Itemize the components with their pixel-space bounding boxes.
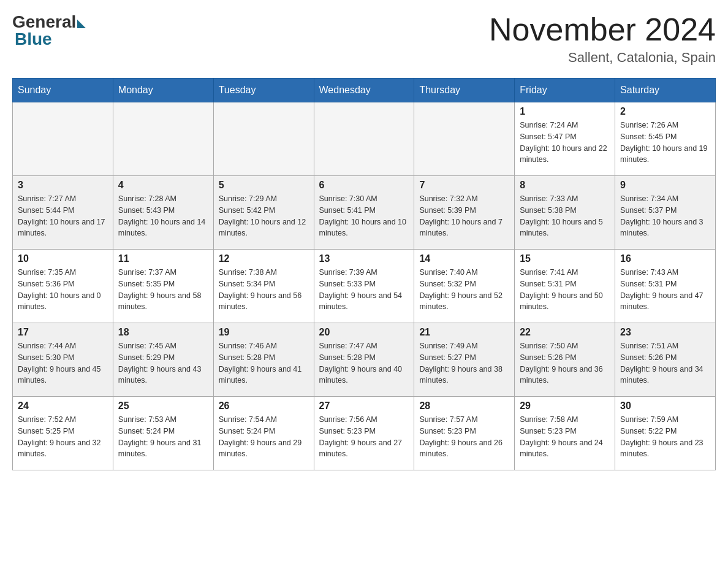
- calendar-cell: 19Sunrise: 7:46 AMSunset: 5:28 PMDayligh…: [213, 323, 314, 397]
- day-info: Sunrise: 7:39 AMSunset: 5:33 PMDaylight:…: [319, 267, 409, 313]
- day-info: Sunrise: 7:51 AMSunset: 5:26 PMDaylight:…: [620, 340, 710, 386]
- day-number: 19: [219, 327, 309, 338]
- calendar-header-row: SundayMondayTuesdayWednesdayThursdayFrid…: [13, 79, 716, 102]
- day-number: 21: [419, 327, 509, 338]
- calendar-cell: 11Sunrise: 7:37 AMSunset: 5:35 PMDayligh…: [113, 250, 213, 323]
- calendar-cell: 7Sunrise: 7:32 AMSunset: 5:39 PMDaylight…: [414, 176, 515, 250]
- day-info: Sunrise: 7:29 AMSunset: 5:42 PMDaylight:…: [219, 193, 309, 239]
- day-info: Sunrise: 7:57 AMSunset: 5:23 PMDaylight:…: [419, 414, 509, 460]
- calendar-week-row: 17Sunrise: 7:44 AMSunset: 5:30 PMDayligh…: [13, 323, 716, 397]
- day-number: 17: [18, 327, 108, 338]
- day-info: Sunrise: 7:58 AMSunset: 5:23 PMDaylight:…: [520, 414, 610, 460]
- calendar-cell: 17Sunrise: 7:44 AMSunset: 5:30 PMDayligh…: [13, 323, 113, 397]
- day-info: Sunrise: 7:54 AMSunset: 5:24 PMDaylight:…: [219, 414, 309, 460]
- location-text: Sallent, Catalonia, Spain: [489, 50, 716, 66]
- calendar-cell: 24Sunrise: 7:52 AMSunset: 5:25 PMDayligh…: [13, 397, 113, 470]
- calendar-cell: 22Sunrise: 7:50 AMSunset: 5:26 PMDayligh…: [515, 323, 615, 397]
- calendar-cell: 1Sunrise: 7:24 AMSunset: 5:47 PMDaylight…: [515, 102, 615, 176]
- calendar-header-wednesday: Wednesday: [314, 79, 414, 102]
- month-title: November 2024: [489, 12, 716, 47]
- day-info: Sunrise: 7:41 AMSunset: 5:31 PMDaylight:…: [520, 267, 610, 313]
- calendar-cell: [13, 102, 113, 176]
- day-info: Sunrise: 7:44 AMSunset: 5:30 PMDaylight:…: [18, 340, 108, 386]
- calendar-cell: [414, 102, 515, 176]
- day-number: 2: [620, 106, 710, 117]
- calendar-cell: 6Sunrise: 7:30 AMSunset: 5:41 PMDaylight…: [314, 176, 414, 250]
- day-number: 29: [520, 400, 610, 412]
- day-number: 24: [18, 400, 108, 412]
- day-info: Sunrise: 7:59 AMSunset: 5:22 PMDaylight:…: [620, 414, 710, 460]
- calendar-week-row: 1Sunrise: 7:24 AMSunset: 5:47 PMDaylight…: [13, 102, 716, 176]
- calendar-cell: 25Sunrise: 7:53 AMSunset: 5:24 PMDayligh…: [113, 397, 213, 470]
- calendar-header-monday: Monday: [113, 79, 213, 102]
- calendar-cell: 23Sunrise: 7:51 AMSunset: 5:26 PMDayligh…: [615, 323, 716, 397]
- calendar-cell: [213, 102, 314, 176]
- day-number: 14: [419, 253, 509, 264]
- day-number: 13: [319, 253, 409, 264]
- day-number: 3: [18, 180, 108, 191]
- day-info: Sunrise: 7:35 AMSunset: 5:36 PMDaylight:…: [18, 267, 108, 313]
- day-info: Sunrise: 7:30 AMSunset: 5:41 PMDaylight:…: [319, 193, 409, 239]
- day-number: 27: [319, 400, 409, 412]
- day-number: 25: [118, 400, 208, 412]
- calendar-header-saturday: Saturday: [615, 79, 716, 102]
- calendar-cell: 9Sunrise: 7:34 AMSunset: 5:37 PMDaylight…: [615, 176, 716, 250]
- day-info: Sunrise: 7:56 AMSunset: 5:23 PMDaylight:…: [319, 414, 409, 460]
- day-number: 26: [219, 400, 309, 412]
- day-info: Sunrise: 7:45 AMSunset: 5:29 PMDaylight:…: [118, 340, 208, 386]
- day-number: 20: [319, 327, 409, 338]
- calendar-cell: 5Sunrise: 7:29 AMSunset: 5:42 PMDaylight…: [213, 176, 314, 250]
- day-info: Sunrise: 7:53 AMSunset: 5:24 PMDaylight:…: [118, 414, 208, 460]
- calendar-cell: 26Sunrise: 7:54 AMSunset: 5:24 PMDayligh…: [213, 397, 314, 470]
- day-number: 8: [520, 180, 610, 191]
- calendar-cell: 14Sunrise: 7:40 AMSunset: 5:32 PMDayligh…: [414, 250, 515, 323]
- calendar-cell: 30Sunrise: 7:59 AMSunset: 5:22 PMDayligh…: [615, 397, 716, 470]
- calendar-table: SundayMondayTuesdayWednesdayThursdayFrid…: [12, 78, 716, 470]
- day-info: Sunrise: 7:27 AMSunset: 5:44 PMDaylight:…: [18, 193, 108, 239]
- day-number: 16: [620, 253, 710, 264]
- day-info: Sunrise: 7:33 AMSunset: 5:38 PMDaylight:…: [520, 193, 610, 239]
- calendar-cell: 3Sunrise: 7:27 AMSunset: 5:44 PMDaylight…: [13, 176, 113, 250]
- calendar-week-row: 10Sunrise: 7:35 AMSunset: 5:36 PMDayligh…: [13, 250, 716, 323]
- calendar-cell: 16Sunrise: 7:43 AMSunset: 5:31 PMDayligh…: [615, 250, 716, 323]
- day-info: Sunrise: 7:43 AMSunset: 5:31 PMDaylight:…: [620, 267, 710, 313]
- calendar-cell: 15Sunrise: 7:41 AMSunset: 5:31 PMDayligh…: [515, 250, 615, 323]
- day-number: 18: [118, 327, 208, 338]
- calendar-cell: 18Sunrise: 7:45 AMSunset: 5:29 PMDayligh…: [113, 323, 213, 397]
- title-section: November 2024 Sallent, Catalonia, Spain: [489, 12, 716, 66]
- day-info: Sunrise: 7:52 AMSunset: 5:25 PMDaylight:…: [18, 414, 108, 460]
- calendar-week-row: 24Sunrise: 7:52 AMSunset: 5:25 PMDayligh…: [13, 397, 716, 470]
- calendar-cell: 8Sunrise: 7:33 AMSunset: 5:38 PMDaylight…: [515, 176, 615, 250]
- day-info: Sunrise: 7:40 AMSunset: 5:32 PMDaylight:…: [419, 267, 509, 313]
- day-info: Sunrise: 7:49 AMSunset: 5:27 PMDaylight:…: [419, 340, 509, 386]
- day-info: Sunrise: 7:46 AMSunset: 5:28 PMDaylight:…: [219, 340, 309, 386]
- calendar-cell: 29Sunrise: 7:58 AMSunset: 5:23 PMDayligh…: [515, 397, 615, 470]
- day-number: 12: [219, 253, 309, 264]
- day-info: Sunrise: 7:26 AMSunset: 5:45 PMDaylight:…: [620, 120, 710, 166]
- day-number: 6: [319, 180, 409, 191]
- day-number: 30: [620, 400, 710, 412]
- calendar-week-row: 3Sunrise: 7:27 AMSunset: 5:44 PMDaylight…: [13, 176, 716, 250]
- day-number: 11: [118, 253, 208, 264]
- day-number: 28: [419, 400, 509, 412]
- logo: General Blue: [12, 12, 86, 49]
- calendar-cell: 2Sunrise: 7:26 AMSunset: 5:45 PMDaylight…: [615, 102, 716, 176]
- calendar-cell: 10Sunrise: 7:35 AMSunset: 5:36 PMDayligh…: [13, 250, 113, 323]
- day-info: Sunrise: 7:38 AMSunset: 5:34 PMDaylight:…: [219, 267, 309, 313]
- day-number: 9: [620, 180, 710, 191]
- calendar-header-thursday: Thursday: [414, 79, 515, 102]
- calendar-header-tuesday: Tuesday: [213, 79, 314, 102]
- logo-arrow-icon: [77, 20, 86, 28]
- calendar-cell: 20Sunrise: 7:47 AMSunset: 5:28 PMDayligh…: [314, 323, 414, 397]
- day-number: 5: [219, 180, 309, 191]
- day-info: Sunrise: 7:34 AMSunset: 5:37 PMDaylight:…: [620, 193, 710, 239]
- calendar-cell: 12Sunrise: 7:38 AMSunset: 5:34 PMDayligh…: [213, 250, 314, 323]
- day-number: 7: [419, 180, 509, 191]
- calendar-cell: 27Sunrise: 7:56 AMSunset: 5:23 PMDayligh…: [314, 397, 414, 470]
- calendar-cell: 13Sunrise: 7:39 AMSunset: 5:33 PMDayligh…: [314, 250, 414, 323]
- calendar-cell: 28Sunrise: 7:57 AMSunset: 5:23 PMDayligh…: [414, 397, 515, 470]
- calendar-cell: 4Sunrise: 7:28 AMSunset: 5:43 PMDaylight…: [113, 176, 213, 250]
- day-info: Sunrise: 7:50 AMSunset: 5:26 PMDaylight:…: [520, 340, 610, 386]
- logo-blue-text: Blue: [15, 29, 52, 49]
- calendar-header-sunday: Sunday: [13, 79, 113, 102]
